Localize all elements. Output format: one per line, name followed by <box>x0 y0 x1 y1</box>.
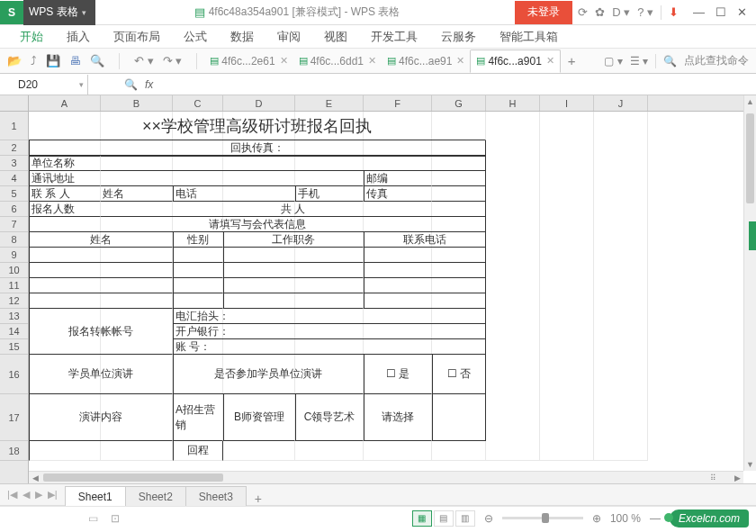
cell[interactable] <box>173 293 223 309</box>
redo-icon[interactable]: ↷ ▾ <box>163 54 183 68</box>
cell[interactable]: 性别 <box>173 232 223 248</box>
side-panel-toggle[interactable] <box>749 221 756 250</box>
sheet-first-icon[interactable]: |◀ <box>7 489 17 500</box>
row-header-4[interactable]: 4 <box>0 171 28 186</box>
search-icon[interactable]: 🔍 <box>663 55 677 68</box>
col-header-G[interactable]: G <box>432 95 486 111</box>
spreadsheet-grid[interactable]: ABCDEFGHIJ 123456789101112131415161718 ×… <box>0 95 756 484</box>
book-icon[interactable]: ▭ <box>88 512 98 525</box>
search-hint[interactable]: 点此查找命令 <box>684 53 749 68</box>
cell[interactable]: 电汇抬头： <box>173 309 486 324</box>
view-normal-button[interactable]: ▦ <box>412 510 432 527</box>
doc-tab-4[interactable]: ▤4f6c...a901✕ <box>470 50 560 73</box>
view-page-button[interactable]: ▤ <box>434 510 454 527</box>
vertical-scrollbar[interactable]: ▲ ▼ <box>743 95 756 471</box>
row-header-13[interactable]: 13 <box>0 309 28 324</box>
sheet-tab-2[interactable]: Sheet2 <box>125 486 186 506</box>
cell[interactable] <box>432 394 486 441</box>
cell[interactable] <box>364 278 486 293</box>
col-header-B[interactable]: B <box>101 95 173 111</box>
cell[interactable]: 报名人数 <box>29 202 101 217</box>
lock-icon[interactable]: ⊡ <box>111 512 120 525</box>
sheet-last-icon[interactable]: ▶| <box>48 489 58 500</box>
add-sheet-button[interactable]: + <box>246 491 271 506</box>
cell[interactable] <box>223 263 364 278</box>
menu-data[interactable]: 数据 <box>230 29 254 45</box>
cell[interactable] <box>223 293 364 309</box>
menu-cloud[interactable]: 云服务 <box>441 29 476 45</box>
zoom-reset-button[interactable]: — <box>650 512 661 525</box>
row-header-17[interactable]: 17 <box>0 394 28 441</box>
minimize-button[interactable]: — <box>693 5 705 19</box>
scroll-left-icon[interactable]: ◀ <box>29 472 41 483</box>
cell[interactable]: 工作职务 <box>223 232 364 248</box>
cell[interactable]: ☐ 否 <box>432 355 486 394</box>
cell[interactable] <box>29 441 173 461</box>
scroll-right-icon[interactable]: ▶ <box>731 472 743 483</box>
cell[interactable]: 回执传真： <box>29 140 486 156</box>
cell[interactable]: 联 系 人 <box>29 186 101 202</box>
menu-review[interactable]: 审阅 <box>277 29 301 45</box>
sync-icon[interactable]: ⟳ <box>578 5 588 19</box>
cell[interactable]: 姓名 <box>29 232 173 248</box>
menu-smart[interactable]: 智能工具箱 <box>500 29 558 45</box>
cell[interactable]: 回程 <box>173 441 223 461</box>
cell[interactable]: A招生营销 <box>173 394 223 441</box>
save-icon[interactable]: 💾 <box>46 54 60 68</box>
view-break-button[interactable]: ▥ <box>455 510 475 527</box>
undo-icon[interactable]: ↶ ▾ <box>134 54 154 68</box>
menu-start[interactable]: 开始 <box>20 29 43 45</box>
doc-tab-1[interactable]: ▤4f6c...2e61✕ <box>204 50 292 73</box>
help-icon[interactable]: ? ▾ <box>637 5 653 19</box>
column-headers[interactable]: ABCDEFGHIJ <box>29 95 743 112</box>
cell[interactable] <box>223 248 364 263</box>
cell[interactable]: 是否参加学员单位演讲 <box>173 355 364 394</box>
row-header-1[interactable]: 1 <box>0 112 28 140</box>
row-header-12[interactable]: 12 <box>0 293 28 309</box>
cell[interactable] <box>29 248 173 263</box>
col-header-F[interactable]: F <box>364 95 432 111</box>
col-header-J[interactable]: J <box>594 95 648 111</box>
menu-insert[interactable]: 插入 <box>67 29 90 45</box>
cell[interactable] <box>486 112 540 461</box>
col-header-C[interactable]: C <box>173 95 223 111</box>
cell[interactable]: 电话 <box>173 186 295 202</box>
cell[interactable] <box>101 156 486 171</box>
box-icon[interactable]: ▢ ▾ <box>604 55 622 68</box>
print-icon[interactable]: 🖶 <box>69 54 81 68</box>
sheet-prev-icon[interactable]: ◀ <box>22 489 30 500</box>
cell[interactable]: 传真 <box>364 186 432 202</box>
cell[interactable]: 请选择 <box>364 394 432 441</box>
cell[interactable] <box>29 278 173 293</box>
zoom-value[interactable]: 100 % <box>610 512 641 525</box>
row-header-6[interactable]: 6 <box>0 202 28 217</box>
cell[interactable]: 联系电话 <box>364 232 486 248</box>
col-header-I[interactable]: I <box>540 95 594 111</box>
cell[interactable] <box>223 278 364 293</box>
gear-icon[interactable]: ✿ <box>595 5 605 19</box>
row-header-9[interactable]: 9 <box>0 248 28 263</box>
row-headers[interactable]: 123456789101112131415161718 <box>0 112 29 483</box>
doc-tab-2[interactable]: ▤4f6c...6dd1✕ <box>293 50 382 73</box>
cell[interactable]: ☐ 是 <box>364 355 432 394</box>
select-all-corner[interactable] <box>0 95 29 112</box>
close-icon[interactable]: ✕ <box>368 55 376 67</box>
preview-icon[interactable]: 🔍 <box>90 54 104 68</box>
cell[interactable] <box>364 263 486 278</box>
col-header-D[interactable]: D <box>223 95 295 111</box>
cell[interactable] <box>173 248 223 263</box>
cell[interactable] <box>594 112 648 461</box>
search-icon[interactable]: 🔍 <box>124 78 138 91</box>
row-header-15[interactable]: 15 <box>0 339 28 355</box>
close-icon[interactable]: ✕ <box>280 55 288 67</box>
sheet-next-icon[interactable]: ▶ <box>35 489 42 500</box>
close-icon[interactable]: ✕ <box>546 55 554 67</box>
cell[interactable] <box>29 293 173 309</box>
cell[interactable] <box>29 263 173 278</box>
cell[interactable] <box>173 263 223 278</box>
cells-area[interactable]: ××学校管理高级研讨班报名回执回执传真：单位名称通讯地址邮编联 系 人姓名电话手… <box>29 112 743 471</box>
cell[interactable]: 单位名称 <box>29 156 101 171</box>
login-button[interactable]: 未登录 <box>515 1 572 24</box>
cell[interactable]: 请填写与会代表信息 <box>29 217 486 232</box>
horizontal-scrollbar[interactable]: ◀ ⠿ ▶ <box>29 471 743 483</box>
